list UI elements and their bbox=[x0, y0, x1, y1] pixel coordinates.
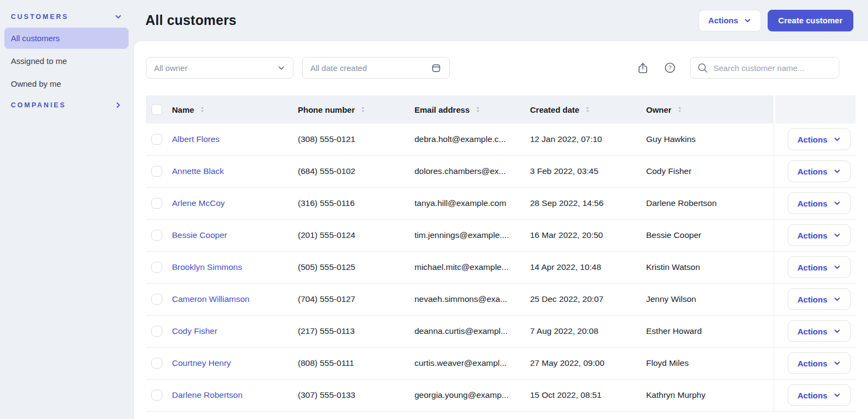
help-button[interactable]: ? bbox=[664, 62, 676, 74]
sidebar-section-companies[interactable]: COMPANIES bbox=[4, 96, 129, 114]
sidebar-section-customers[interactable]: CUSTOMERS bbox=[4, 8, 129, 26]
chevron-down-icon bbox=[833, 263, 841, 271]
customer-name-link[interactable]: Cody Fisher bbox=[172, 326, 218, 336]
row-checkbox[interactable] bbox=[151, 230, 162, 241]
customer-name-link[interactable]: Bessie Cooper bbox=[172, 230, 227, 240]
row-checkbox[interactable] bbox=[151, 390, 162, 401]
customer-name-link[interactable]: Brooklyn Simmons bbox=[172, 262, 242, 272]
page-title: All customers bbox=[145, 12, 699, 28]
row-actions-button[interactable]: Actions bbox=[788, 128, 851, 150]
table-row: Cameron Williamson (704) 555-0127 nevaeh… bbox=[146, 283, 856, 315]
email-cell: debra.holt@example.c... bbox=[414, 134, 530, 144]
create-customer-button[interactable]: Create customer bbox=[768, 10, 853, 31]
help-icon: ? bbox=[664, 62, 676, 74]
phone-cell: (316) 555-0116 bbox=[298, 198, 414, 208]
toolbar: All owner All date created bbox=[146, 57, 856, 79]
owner-cell: Darlene Robertson bbox=[646, 198, 774, 208]
chevron-right-icon bbox=[114, 101, 122, 109]
date-created-filter[interactable]: All date created bbox=[302, 57, 450, 79]
chevron-down-icon bbox=[833, 231, 841, 239]
sort-icon bbox=[475, 106, 481, 113]
row-actions-label: Actions bbox=[797, 231, 827, 240]
select-all-checkbox[interactable] bbox=[151, 104, 162, 115]
email-cell: georgia.young@examp... bbox=[414, 390, 530, 400]
sidebar: CUSTOMERS All customers Assigned to me O… bbox=[0, 0, 133, 419]
created-date-cell: 16 Mar 2022, 20:50 bbox=[530, 230, 646, 240]
phone-cell: (505) 555-0125 bbox=[298, 262, 414, 272]
owner-cell: Cody Fisher bbox=[646, 166, 774, 176]
row-checkbox[interactable] bbox=[151, 294, 162, 305]
table-row: Bessie Cooper (201) 555-0124 tim.jenning… bbox=[146, 220, 856, 252]
chevron-down-icon bbox=[833, 136, 841, 143]
page-header: All customers Actions Create customer bbox=[133, 0, 868, 41]
phone-cell: (808) 555-0111 bbox=[298, 358, 414, 368]
table-row: Courtney Henry (808) 555-0111 curtis.wea… bbox=[146, 347, 856, 379]
row-checkbox[interactable] bbox=[151, 134, 162, 145]
row-actions-button[interactable]: Actions bbox=[788, 256, 851, 278]
column-header-email[interactable]: Email address bbox=[414, 105, 530, 114]
share-icon bbox=[637, 62, 649, 74]
owner-cell: Guy Hawkins bbox=[646, 134, 774, 144]
owner-filter-select[interactable]: All owner bbox=[146, 57, 293, 79]
row-actions-button[interactable]: Actions bbox=[788, 160, 851, 182]
row-actions-button[interactable]: Actions bbox=[788, 288, 851, 310]
search-box bbox=[690, 57, 839, 79]
table-header: Name Phone number Email address Created … bbox=[146, 95, 856, 124]
customer-name-link[interactable]: Albert Flores bbox=[172, 134, 220, 144]
table-row: Albert Flores (308) 555-0121 debra.holt@… bbox=[146, 124, 856, 156]
row-checkbox[interactable] bbox=[151, 166, 162, 177]
row-actions-button[interactable]: Actions bbox=[788, 192, 851, 214]
row-checkbox[interactable] bbox=[151, 262, 162, 273]
sidebar-item-all-customers[interactable]: All customers bbox=[4, 28, 129, 49]
phone-cell: (201) 555-0124 bbox=[298, 230, 414, 240]
phone-cell: (307) 555-0133 bbox=[298, 390, 414, 400]
column-header-owner[interactable]: Owner bbox=[646, 105, 774, 114]
customer-name-link[interactable]: Courtney Henry bbox=[172, 358, 231, 368]
row-actions-label: Actions bbox=[797, 295, 827, 304]
row-actions-label: Actions bbox=[797, 199, 827, 208]
chevron-down-icon bbox=[277, 64, 285, 72]
calendar-icon bbox=[431, 62, 442, 73]
customer-name-link[interactable]: Cameron Williamson bbox=[172, 294, 250, 304]
phone-cell: (217) 555-0113 bbox=[298, 326, 414, 336]
sidebar-item-owned-by-me[interactable]: Owned by me bbox=[4, 73, 129, 94]
chevron-down-icon bbox=[833, 327, 841, 335]
row-actions-label: Actions bbox=[797, 327, 827, 336]
table-row: Darlene Robertson (307) 555-0133 georgia… bbox=[146, 379, 856, 411]
header-actions-button[interactable]: Actions bbox=[699, 10, 761, 31]
header-actions-label: Actions bbox=[709, 16, 738, 25]
owner-cell: Kathryn Murphy bbox=[646, 390, 774, 400]
email-cell: tanya.hill@example.com bbox=[414, 198, 530, 208]
row-actions-label: Actions bbox=[797, 135, 827, 144]
customer-name-link[interactable]: Arlene McCoy bbox=[172, 198, 225, 208]
column-header-created-date[interactable]: Created date bbox=[530, 105, 646, 114]
row-actions-button[interactable]: Actions bbox=[788, 384, 851, 406]
customer-name-link[interactable]: Darlene Robertson bbox=[172, 390, 242, 399]
sidebar-item-assigned-to-me[interactable]: Assigned to me bbox=[4, 50, 129, 72]
row-actions-label: Actions bbox=[797, 263, 827, 272]
created-date-cell: 25 Dec 2022, 20:07 bbox=[530, 294, 646, 304]
chevron-down-icon bbox=[744, 17, 751, 24]
customer-name-link[interactable]: Annette Black bbox=[172, 166, 224, 176]
column-header-phone[interactable]: Phone number bbox=[298, 105, 414, 114]
row-actions-button[interactable]: Actions bbox=[788, 320, 851, 342]
export-button[interactable] bbox=[637, 62, 649, 74]
email-cell: deanna.curtis@exampl... bbox=[414, 326, 530, 336]
email-cell: tim.jennings@example.... bbox=[414, 230, 530, 240]
chevron-down-icon bbox=[833, 391, 841, 399]
column-header-name[interactable]: Name bbox=[172, 105, 298, 114]
email-cell: curtis.weaver@exampl... bbox=[414, 358, 530, 368]
row-actions-button[interactable]: Actions bbox=[788, 224, 851, 246]
sort-icon bbox=[676, 106, 683, 113]
sort-icon bbox=[199, 106, 206, 113]
row-actions-label: Actions bbox=[797, 391, 827, 400]
phone-cell: (704) 555-0127 bbox=[298, 294, 414, 304]
companies-section-label: COMPANIES bbox=[11, 101, 66, 109]
row-checkbox[interactable] bbox=[151, 326, 162, 337]
row-actions-button[interactable]: Actions bbox=[788, 352, 851, 374]
row-checkbox[interactable] bbox=[151, 198, 162, 209]
row-checkbox[interactable] bbox=[151, 358, 162, 369]
created-date-cell: 12 Jan 2022, 07:10 bbox=[530, 134, 646, 144]
search-input[interactable] bbox=[713, 63, 832, 73]
phone-cell: (684) 555-0102 bbox=[298, 166, 414, 176]
